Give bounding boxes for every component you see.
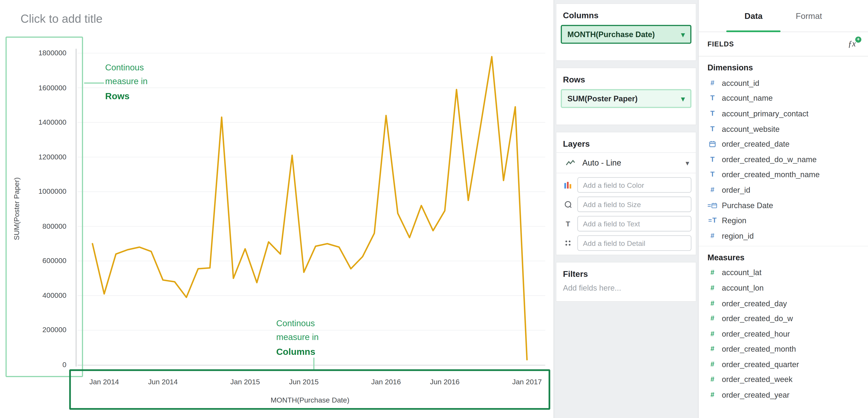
tab-label: Data [744, 11, 763, 20]
text-mark-icon: T [566, 219, 570, 228]
size-icon [564, 201, 572, 208]
field-account_lat[interactable]: #account_lat [699, 265, 868, 280]
add-calculated-field-icon[interactable]: ƒx+ [848, 39, 856, 49]
text-icon: T [707, 171, 717, 178]
pill-label: MONTH(Purchase Date) [567, 30, 655, 39]
layer-slots: Add a field to ColorAdd a field to SizeT… [556, 177, 696, 251]
rows-annotation: Continous measure in Rows [105, 60, 148, 103]
field-order_created_quarter[interactable]: #order_created_quarter [699, 357, 868, 372]
columns-dropzone[interactable] [556, 44, 696, 60]
field-order_created_year[interactable]: #order_created_year [699, 387, 868, 402]
measures-header: Measures [699, 246, 868, 265]
field-order_created_do_w_name[interactable]: Torder_created_do_w_name [699, 152, 868, 167]
field-account_website[interactable]: Taccount_website [699, 121, 868, 137]
field-label: account_lat [722, 268, 762, 277]
chevron-down-icon[interactable]: ▾ [681, 95, 685, 102]
layers-card: Layers Auto - Line ▾ Add a field to Colo… [556, 132, 696, 256]
data-panel: Data Format FIELDS ƒx+ Dimensions #accou… [699, 0, 868, 418]
number-icon: # [707, 79, 717, 87]
field-label: account_website [722, 124, 779, 133]
dimensions-header: Dimensions [699, 56, 868, 75]
filters-card: Filters Add fields here... [556, 262, 696, 302]
annotation-line: measure in [105, 74, 148, 88]
annotation-emphasis: Columns [276, 345, 318, 359]
field-label: order_created_day [722, 299, 787, 307]
detail-dropzone[interactable]: Add a field to Detail [578, 235, 691, 251]
rows-shelf-title: Rows [556, 68, 696, 88]
field-label: order_created_date [722, 140, 789, 149]
size-dropzone[interactable]: Add a field to Size [578, 197, 691, 212]
field-label: account_id [722, 79, 759, 87]
field-Purchase Date[interactable]: =Purchase Date [699, 198, 868, 213]
field-label: order_created_hour [722, 329, 790, 338]
field-account_primary_contact[interactable]: Taccount_primary_contact [699, 106, 868, 121]
field-label: order_created_quarter [722, 360, 799, 369]
calculated-calendar-icon: = [707, 202, 717, 208]
layer-slot-size: Add a field to Size [561, 197, 691, 212]
field-label: account_name [722, 94, 773, 102]
annotation-line: Continous [105, 60, 148, 74]
columns-shelf-title: Columns [556, 4, 696, 24]
columns-annotation-connector [313, 358, 314, 369]
layer-slot-detail: Add a field to Detail [561, 235, 691, 251]
rows-shelf: Rows SUM(Poster Paper) ▾ [556, 68, 696, 125]
calendar-icon [707, 141, 717, 147]
fields-header: FIELDS [707, 40, 734, 48]
columns-shelf: Columns MONTH(Purchase Date) ▾ [556, 3, 696, 61]
fields-bar: FIELDS ƒx+ [699, 32, 868, 57]
number-icon: # [707, 284, 717, 292]
layer-slot-text: TAdd a field to Text [561, 216, 691, 232]
mark-type-dropdown[interactable]: Auto - Line ▾ [556, 152, 696, 173]
rows-annotation-box [5, 36, 83, 377]
field-region_id[interactable]: #region_id [699, 228, 868, 243]
field-order_id[interactable]: #order_id [699, 182, 868, 198]
field-order_created_month[interactable]: #order_created_month [699, 341, 868, 357]
field-label: Purchase Date [722, 201, 773, 210]
field-order_created_date[interactable]: order_created_date [699, 137, 868, 152]
field-Region[interactable]: =TRegion [699, 213, 868, 228]
shelf-panel: Columns MONTH(Purchase Date) ▾ Rows SUM(… [554, 0, 699, 418]
rows-dropzone[interactable] [556, 108, 696, 124]
field-order_created_day[interactable]: #order_created_day [699, 296, 868, 311]
field-label: order_created_do_w [722, 314, 793, 323]
field-label: order_created_month [722, 345, 796, 354]
number-icon: # [707, 232, 717, 240]
dropzone-placeholder: Add a field to Size [583, 200, 641, 208]
field-order_created_month_name[interactable]: Torder_created_month_name [699, 167, 868, 182]
chevron-down-icon[interactable]: ▾ [681, 31, 685, 38]
text-dropzone[interactable]: Add a field to Text [578, 216, 691, 232]
tab-data[interactable]: Data [739, 0, 768, 32]
field-account_id[interactable]: #account_id [699, 75, 868, 90]
field-label: Region [722, 216, 746, 225]
chevron-down-icon[interactable]: ▾ [686, 159, 689, 167]
pill-label: SUM(Poster Paper) [567, 94, 638, 103]
rows-pill[interactable]: SUM(Poster Paper) ▾ [561, 89, 691, 108]
text-icon: T [707, 155, 717, 163]
mark-type-label: Auto - Line [582, 158, 681, 167]
field-label: order_created_year [722, 390, 789, 399]
field-label: order_id [722, 185, 750, 195]
color-dropzone[interactable]: Add a field to Color [578, 177, 691, 193]
number-icon: # [707, 186, 717, 194]
field-label: region_id [722, 231, 753, 240]
field-order_created_hour[interactable]: #order_created_hour [699, 326, 868, 341]
filters-dropzone[interactable]: Add fields here... [556, 282, 696, 301]
field-account_name[interactable]: Taccount_name [699, 90, 868, 106]
active-tab-underline [726, 31, 781, 32]
dimensions-list: #account_idTaccount_nameTaccount_primary… [699, 75, 868, 243]
detail-icon [564, 240, 571, 246]
tab-format[interactable]: Format [790, 0, 828, 32]
field-label: order_created_do_w_name [722, 155, 816, 164]
field-order_created_week[interactable]: #order_created_week [699, 372, 868, 387]
text-icon: T [707, 125, 717, 133]
field-order_created_do_w[interactable]: #order_created_do_w [699, 311, 868, 326]
series-line[interactable] [92, 57, 527, 360]
number-icon: # [707, 360, 717, 368]
number-icon: # [707, 315, 717, 322]
number-icon: # [707, 299, 717, 307]
dropzone-placeholder: Add a field to Color [583, 181, 644, 189]
field-account_lon[interactable]: #account_lon [699, 280, 868, 296]
annotation-line: Continous [276, 316, 318, 330]
columns-pill[interactable]: MONTH(Purchase Date) ▾ [561, 25, 691, 44]
chart-canvas[interactable]: Click to add title SUM(Poster Paper) 020… [0, 0, 554, 418]
